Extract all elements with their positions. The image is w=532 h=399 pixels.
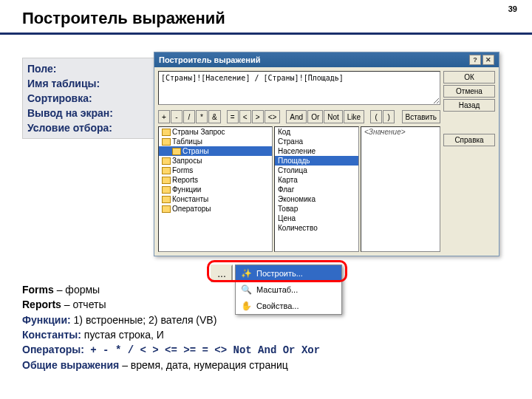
- tree-item-label: Таблицы: [172, 137, 202, 146]
- folder-icon: [162, 157, 171, 165]
- folder-icon: [162, 205, 171, 213]
- query-grid-labels: Поле: Имя таблицы: Сортировка: Вывод на …: [22, 58, 155, 139]
- window-title-text: Построитель выражений: [159, 55, 260, 64]
- op-rparen[interactable]: ): [383, 110, 395, 123]
- field-item[interactable]: Количество: [275, 223, 358, 233]
- tree-item[interactable]: Функции: [159, 185, 272, 194]
- op-minus[interactable]: -: [171, 110, 183, 123]
- field-item[interactable]: Площадь: [275, 156, 358, 166]
- op-like[interactable]: Like: [344, 110, 364, 123]
- criteria-label: Условие отбора:: [27, 120, 150, 135]
- tree-item[interactable]: Страны Запрос: [159, 127, 272, 137]
- tree-item-label: Запросы: [172, 157, 202, 165]
- folder-icon: [162, 177, 171, 184]
- op-not[interactable]: Not: [324, 110, 343, 123]
- op-eq[interactable]: =: [227, 110, 239, 123]
- paste-button[interactable]: Вставить: [402, 110, 440, 123]
- fields-list[interactable]: КодСтранаНаселениеПлощадьСтолицаКартаФла…: [274, 126, 359, 252]
- op-plus[interactable]: +: [158, 110, 170, 123]
- folder-icon: [162, 186, 171, 194]
- field-item[interactable]: Флаг: [275, 185, 358, 194]
- op-amp[interactable]: &: [208, 110, 221, 123]
- op-ne[interactable]: <>: [265, 110, 281, 123]
- field-item[interactable]: Столица: [275, 166, 358, 175]
- op-gt[interactable]: >: [252, 110, 264, 123]
- highlight-box: [207, 260, 347, 282]
- value-placeholder[interactable]: <Значение>: [361, 127, 440, 137]
- op-div[interactable]: /: [183, 110, 195, 123]
- category-tree[interactable]: Страны ЗапросТаблицыСтраныЗапросыFormsRe…: [158, 126, 273, 252]
- tree-item[interactable]: Константы: [159, 194, 272, 204]
- folder-icon: [172, 148, 181, 155]
- tree-item[interactable]: Forms: [159, 166, 272, 175]
- tree-item-label: Операторы: [172, 205, 211, 213]
- op-or[interactable]: Or: [307, 110, 323, 123]
- window-titlebar[interactable]: Построитель выражений ? ✕: [154, 52, 499, 67]
- field-item[interactable]: Экономика: [275, 194, 358, 204]
- field-item[interactable]: Код: [275, 127, 358, 137]
- slide-title: Построитель выражений: [0, 0, 532, 35]
- field-item[interactable]: Страна: [275, 137, 358, 146]
- close-icon[interactable]: ✕: [482, 55, 494, 65]
- tree-item[interactable]: Запросы: [159, 156, 272, 166]
- folder-icon: [162, 167, 171, 174]
- field-item[interactable]: Цена: [275, 214, 358, 223]
- table-name-label: Имя таблицы:: [27, 76, 150, 91]
- op-mul[interactable]: *: [196, 110, 208, 123]
- show-label: Вывод на экран:: [27, 106, 150, 120]
- field-label: Поле:: [27, 61, 150, 76]
- help-button[interactable]: Справка: [443, 134, 495, 146]
- tree-item[interactable]: Операторы: [159, 204, 272, 214]
- op-lt[interactable]: <: [239, 110, 251, 123]
- folder-icon: [162, 138, 171, 146]
- tree-item-label: Функции: [172, 185, 201, 194]
- tree-item-label: Страны Запрос: [172, 128, 225, 136]
- tree-item-label: Reports: [172, 176, 198, 184]
- sort-label: Сортировка:: [27, 91, 150, 106]
- tree-item-label: Страны: [183, 147, 209, 155]
- operator-toolbar: + - / * & = < > <> And Or Not Like ( ) В…: [158, 110, 440, 123]
- op-and[interactable]: And: [286, 110, 307, 123]
- tree-item-label: Константы: [172, 195, 208, 203]
- back-button[interactable]: Назад: [443, 99, 495, 112]
- expression-input[interactable]: [158, 71, 440, 105]
- tree-item[interactable]: Страны: [159, 146, 272, 156]
- tree-item[interactable]: Reports: [159, 175, 272, 185]
- field-item[interactable]: Товар: [275, 204, 358, 214]
- folder-icon: [162, 129, 171, 136]
- expression-builder-window: Построитель выражений ? ✕ + - / * & = < …: [154, 52, 499, 256]
- field-item[interactable]: Карта: [275, 175, 358, 185]
- field-item[interactable]: Население: [275, 146, 358, 156]
- help-icon[interactable]: ?: [469, 55, 481, 65]
- page-number: 39: [508, 4, 517, 13]
- ok-button[interactable]: ОК: [443, 71, 495, 83]
- op-lparen[interactable]: (: [370, 110, 382, 123]
- folder-icon: [162, 196, 171, 203]
- tree-item-label: Forms: [172, 166, 193, 174]
- tree-item[interactable]: Таблицы: [159, 137, 272, 146]
- cancel-button[interactable]: Отмена: [443, 85, 495, 98]
- values-list[interactable]: <Значение>: [361, 126, 440, 252]
- notes-text: Forms – формы Reports – отчеты Функции: …: [22, 282, 320, 373]
